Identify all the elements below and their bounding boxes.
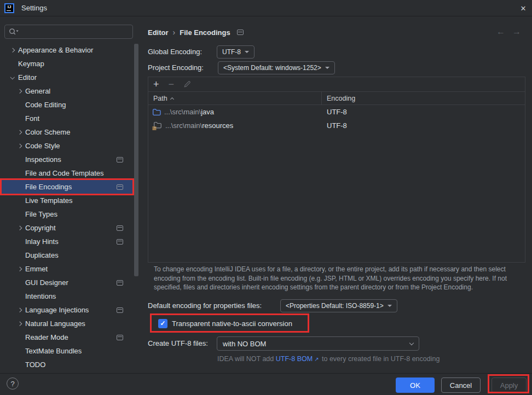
transparent-conversion-label: Transparent native-to-ascii conversion	[172, 320, 292, 328]
sidebar-item-editor[interactable]: Editor	[0, 71, 134, 84]
chevron-spacer	[15, 210, 24, 219]
sidebar-item-file-types[interactable]: File Types	[0, 207, 134, 221]
history-nav: ← →	[496, 27, 521, 36]
sidebar-item-code-editing[interactable]: Code Editing	[0, 98, 134, 112]
transparent-conversion-checkbox[interactable]	[158, 319, 167, 328]
footer-divider	[0, 373, 532, 374]
global-encoding-dropdown[interactable]: UTF-8	[217, 45, 255, 59]
per-project-settings-icon	[117, 225, 123, 231]
apply-button[interactable]: Apply	[491, 377, 527, 393]
create-utf8-combobox[interactable]: with NO BOM	[217, 336, 419, 351]
table-row[interactable]: ...\src\main\resourcesUTF-8	[148, 119, 525, 132]
chevron-right-icon[interactable]	[15, 320, 24, 328]
chevron-right-icon[interactable]	[15, 265, 24, 274]
sidebar-item-color-scheme[interactable]: Color Scheme	[0, 125, 134, 139]
sidebar-item-language-injections[interactable]: Language Injections	[0, 303, 134, 317]
sidebar-item-inspections[interactable]: Inspections	[0, 153, 134, 166]
sidebar-item-label: General	[25, 87, 50, 95]
sidebar-item-natural-languages[interactable]: Natural Languages	[0, 317, 134, 330]
table-toolbar: + −	[148, 77, 525, 92]
sidebar-item-label: Inspections	[25, 155, 61, 164]
back-arrow-icon[interactable]: ←	[496, 27, 505, 36]
logo-underscore	[7, 10, 11, 11]
sidebar-item-emmet[interactable]: Emmet	[0, 262, 134, 276]
sidebar-item-live-templates[interactable]: Live Templates	[0, 194, 134, 207]
sidebar-item-label: Copyright	[25, 224, 56, 232]
sidebar-item-label: Font	[25, 114, 39, 123]
forward-arrow-icon[interactable]: →	[512, 27, 521, 36]
window-title: Settings	[21, 4, 47, 12]
logo-text: IJ	[8, 5, 11, 9]
project-encoding-dropdown[interactable]: <System Default: windows-1252>	[218, 61, 335, 74]
table-body: ...\src\main\javaUTF-8...\src\main\resou…	[148, 105, 525, 132]
sidebar-item-label: Color Scheme	[25, 128, 70, 136]
encoding-cell: UTF-8	[322, 108, 347, 116]
sidebar-item-label: Intentions	[25, 292, 56, 300]
sidebar-item-keymap[interactable]: Keymap	[0, 57, 134, 71]
encoding-overrides-table: + − Path Encoding ...\src\main\javaUTF-8…	[148, 77, 525, 263]
settings-tree: Appearance & BehaviorKeymapEditorGeneral…	[0, 43, 134, 371]
utf8-bom-link[interactable]: UTF-8 BOM	[276, 355, 313, 363]
cancel-button[interactable]: Cancel	[441, 377, 481, 393]
table-row[interactable]: ...\src\main\javaUTF-8	[148, 105, 525, 119]
dropdown-arrow-icon	[325, 67, 329, 69]
sidebar-item-intentions[interactable]: Intentions	[0, 289, 134, 303]
sidebar-item-label: TextMate Bundles	[25, 347, 82, 355]
per-project-settings-icon	[117, 335, 123, 340]
chevron-right-icon[interactable]	[15, 224, 24, 233]
settings-search-input[interactable]	[4, 25, 133, 39]
sidebar-item-general[interactable]: General	[0, 84, 134, 98]
folder-icon	[152, 108, 161, 116]
breadcrumb-current: File Encodings	[180, 28, 230, 37]
path-cell: ...\src\main\java	[148, 108, 322, 116]
help-icon[interactable]: ?	[7, 377, 19, 390]
sidebar-item-label: TODO	[25, 361, 45, 369]
sidebar-item-reader-mode[interactable]: Reader Mode	[0, 330, 134, 344]
settings-dialog: IJ Settings ✕ Appearance & BehaviorKeyma…	[0, 0, 532, 395]
edit-pencil-icon[interactable]	[183, 80, 191, 88]
path-prefix: ...\src\main\	[165, 121, 202, 130]
sidebar-item-code-style[interactable]: Code Style	[0, 139, 134, 153]
chevron-spacer	[15, 347, 24, 356]
chevron-right-icon[interactable]	[15, 87, 24, 96]
sidebar-item-copyright[interactable]: Copyright	[0, 221, 134, 235]
sidebar-item-font[interactable]: Font	[0, 112, 134, 125]
search-icon	[8, 27, 20, 36]
sidebar-item-label: Appearance & Behavior	[18, 46, 93, 54]
sidebar-item-inlay-hints[interactable]: Inlay Hints	[0, 235, 134, 248]
sidebar-item-todo[interactable]: TODO	[0, 358, 134, 371]
transparent-conversion-row: Transparent native-to-ascii conversion	[158, 318, 292, 329]
sidebar-scrollbar[interactable]	[134, 44, 138, 276]
sidebar-item-label: GUI Designer	[25, 278, 68, 287]
remove-icon[interactable]: −	[169, 79, 175, 89]
path-name: resources	[202, 121, 233, 130]
chevron-down-icon[interactable]	[8, 73, 17, 82]
sidebar-item-label: Keymap	[18, 60, 44, 68]
intellij-logo-icon: IJ	[4, 3, 14, 13]
breadcrumb-parent[interactable]: Editor	[148, 28, 169, 37]
sidebar-item-label: Duplicates	[25, 251, 59, 259]
properties-files-label: Default encoding for properties files:	[148, 299, 262, 312]
chevron-right-icon[interactable]	[8, 46, 17, 55]
properties-encoding-dropdown[interactable]: <Properties Default: ISO-8859-1>	[280, 299, 397, 312]
per-project-settings-icon	[117, 157, 123, 162]
chevron-right-icon[interactable]	[15, 306, 24, 315]
sidebar-item-gui-designer[interactable]: GUI Designer	[0, 276, 134, 289]
ok-button[interactable]: OK	[396, 377, 435, 393]
add-icon[interactable]: +	[153, 79, 159, 89]
sidebar-item-textmate-bundles[interactable]: TextMate Bundles	[0, 344, 134, 358]
close-icon[interactable]: ✕	[514, 0, 532, 16]
sidebar-item-file-and-code-templates[interactable]: File and Code Templates	[0, 166, 134, 180]
bom-note-prefix: IDEA will NOT add	[217, 355, 276, 363]
properties-encoding-value: <Properties Default: ISO-8859-1>	[286, 302, 384, 310]
sidebar-item-file-encodings[interactable]: File Encodings	[0, 180, 134, 194]
chevron-right-icon[interactable]	[15, 128, 24, 137]
column-header-encoding[interactable]: Encoding	[322, 95, 355, 102]
per-project-settings-icon	[117, 280, 123, 286]
sidebar-item-duplicates[interactable]: Duplicates	[0, 248, 134, 262]
sidebar-item-appearance-behavior[interactable]: Appearance & Behavior	[0, 43, 134, 57]
external-link-icon: ↗	[314, 356, 319, 362]
chevron-spacer	[15, 361, 24, 369]
chevron-right-icon[interactable]	[15, 142, 24, 150]
column-header-path[interactable]: Path	[148, 92, 322, 104]
